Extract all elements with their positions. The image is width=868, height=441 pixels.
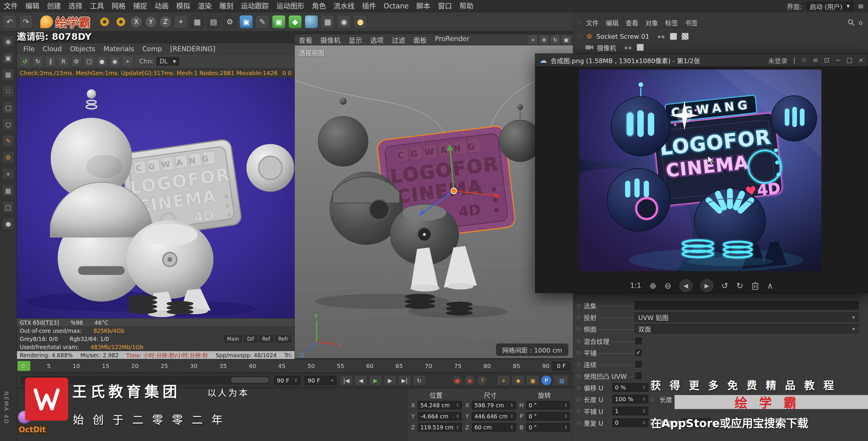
mix-textures-checkbox[interactable] bbox=[634, 337, 643, 345]
stepper-icon[interactable]: ⇕ bbox=[640, 420, 646, 425]
menu-item[interactable]: 编辑 bbox=[22, 0, 43, 12]
rotate-right-icon[interactable]: ↻ bbox=[736, 281, 743, 291]
anim-dot-icon[interactable]: ○ bbox=[577, 326, 584, 331]
channel-tab[interactable]: Ref bbox=[259, 335, 274, 342]
size-z-field[interactable]: 60 cm⇕ bbox=[472, 423, 516, 432]
timeline-tick[interactable]: 80 bbox=[484, 363, 491, 369]
rotation-b-field[interactable]: 0 °⇕ bbox=[526, 423, 570, 432]
selection-input[interactable] bbox=[634, 301, 859, 310]
octane-menu-item[interactable]: [RENDERING] bbox=[166, 45, 220, 53]
protection-tag-icon[interactable] bbox=[637, 44, 644, 51]
menu-item[interactable]: 窗口 bbox=[434, 0, 456, 12]
viewport-menu-item[interactable]: 查看 bbox=[295, 35, 316, 45]
material-ball-icon[interactable]: ● bbox=[97, 56, 107, 67]
length-u-field[interactable]: 100 %⇕ bbox=[612, 395, 648, 404]
redo-icon[interactable]: ↷ bbox=[19, 15, 33, 29]
delete-icon[interactable] bbox=[751, 281, 759, 290]
material-name-label[interactable]: OctDit bbox=[16, 425, 48, 435]
keyframe-help-button[interactable]: ? bbox=[477, 375, 488, 385]
workplane-icon[interactable]: ▦ bbox=[2, 185, 14, 196]
menu-item[interactable]: 雕刻 bbox=[216, 0, 237, 12]
anim-dot-icon[interactable]: ○ bbox=[577, 314, 584, 320]
visibility-dots-icon[interactable]: ●● bbox=[624, 45, 632, 50]
timeline-tick[interactable]: 15 bbox=[102, 363, 109, 369]
texture-mode-icon[interactable]: ▦ bbox=[2, 69, 14, 80]
projection-select[interactable]: UVW 贴图▾ bbox=[634, 312, 859, 322]
settings-gear-icon[interactable]: ⚙ bbox=[71, 56, 82, 67]
record-rotation-icon[interactable]: ▣ bbox=[526, 375, 539, 385]
timeline-tick[interactable]: 40 bbox=[249, 363, 256, 369]
size-y-field[interactable]: 446.646 cm⇕ bbox=[472, 412, 516, 421]
menu-item[interactable]: 脚本 bbox=[412, 0, 434, 12]
menu-item[interactable]: 角色 bbox=[308, 0, 330, 12]
record-parameter-button[interactable]: P bbox=[541, 375, 552, 385]
object-row-camera[interactable]: ∷ 摄像机 ●● bbox=[573, 42, 868, 53]
environment-icon[interactable] bbox=[305, 15, 318, 29]
close-icon[interactable]: × bbox=[858, 57, 864, 64]
spline-pen-icon[interactable]: ✎ bbox=[2, 135, 14, 147]
menu-icon[interactable]: ≡ bbox=[813, 57, 818, 64]
lock-resolution-icon[interactable]: ▢ bbox=[84, 56, 94, 67]
octane-menu-item[interactable]: Objects bbox=[66, 45, 99, 53]
range-slider-handle[interactable] bbox=[231, 377, 269, 383]
anim-dot-icon[interactable]: ○ bbox=[650, 397, 657, 402]
menu-item[interactable]: 工具 bbox=[86, 0, 108, 12]
menu-item[interactable]: 创建 bbox=[43, 0, 65, 12]
zoom-ratio-button[interactable]: 1:1 bbox=[630, 281, 641, 290]
menu-item[interactable]: 捕捉 bbox=[129, 0, 151, 12]
fullscreen-icon[interactable]: ⊡ bbox=[824, 57, 829, 64]
zoom-in-icon[interactable]: ⊕ bbox=[650, 281, 656, 291]
side-select[interactable]: 双面▾ bbox=[634, 324, 859, 333]
points-mode-icon[interactable]: ∷ bbox=[2, 85, 14, 97]
timeline-tick[interactable]: 65 bbox=[396, 363, 403, 369]
add-cube-icon[interactable]: ▣ bbox=[240, 15, 253, 29]
current-frame-field[interactable]: 0 F bbox=[552, 361, 570, 371]
channel-tab[interactable]: Refr bbox=[275, 335, 291, 342]
timeline-tick[interactable]: 60 bbox=[366, 363, 373, 369]
play-button[interactable]: ▶ bbox=[369, 375, 382, 385]
anim-dot-icon[interactable]: ○ bbox=[577, 303, 584, 308]
drag-handle-icon[interactable]: ∷ bbox=[576, 19, 582, 25]
tiles-u-field[interactable]: 1⇕ bbox=[612, 407, 648, 415]
maximize-icon[interactable]: □ bbox=[846, 57, 852, 64]
menu-item[interactable]: 渲染 bbox=[194, 0, 216, 12]
home-icon[interactable]: ⌂ bbox=[859, 19, 863, 26]
lock-z-button[interactable]: Z bbox=[160, 16, 171, 28]
object-row-socket-screw[interactable]: ∷ ⚙ Socket Screw 01 ●● bbox=[573, 31, 868, 41]
stepper-icon[interactable]: ⇕ bbox=[640, 408, 646, 414]
menu-item[interactable]: 选择 bbox=[65, 0, 86, 12]
viewport-menu-item[interactable]: 摄像机 bbox=[316, 35, 345, 45]
refresh-icon[interactable]: ↻ bbox=[33, 56, 43, 67]
collapse-toolbar-icon[interactable]: ∧ bbox=[767, 281, 773, 291]
anim-dot-icon[interactable]: ○ bbox=[577, 338, 584, 344]
stepper-icon[interactable]: ⇕ bbox=[292, 378, 298, 383]
viewport-menu-item[interactable]: 过滤 bbox=[388, 35, 409, 45]
menu-item[interactable]: 流水线 bbox=[330, 0, 358, 12]
render-view-icon[interactable]: ▦ bbox=[190, 15, 204, 29]
position-z-field[interactable]: 119.519 cm⇕ bbox=[418, 423, 462, 432]
previous-image-button[interactable]: ◀ bbox=[680, 279, 692, 292]
pan-view-icon[interactable]: + bbox=[529, 35, 537, 44]
restart-render-icon[interactable]: ↺ bbox=[20, 56, 30, 67]
timeline-tick[interactable]: 10 bbox=[72, 363, 80, 369]
end-frame-field[interactable]: 90 F ⇕ bbox=[274, 376, 300, 385]
rotate-tool-icon[interactable] bbox=[114, 15, 128, 29]
octane-menu-item[interactable]: Cloud bbox=[39, 45, 66, 53]
drag-handle-icon[interactable]: ∷ bbox=[576, 33, 582, 40]
polygons-mode-icon[interactable]: ○ bbox=[2, 118, 14, 130]
autokey-button[interactable]: ◉ bbox=[464, 375, 475, 385]
go-to-end-button[interactable]: ▶| bbox=[398, 375, 411, 385]
om-menu-item[interactable]: 对象 bbox=[642, 18, 662, 27]
timeline-tick[interactable]: 5 bbox=[47, 363, 51, 369]
timeline-tick[interactable]: 45 bbox=[278, 363, 285, 369]
anim-dot-icon[interactable]: ○ bbox=[577, 373, 584, 378]
record-scale-icon[interactable]: ◆ bbox=[512, 375, 525, 385]
previous-frame-button[interactable]: ◀ bbox=[354, 375, 367, 385]
lock-x-button[interactable]: X bbox=[130, 16, 142, 28]
viewer-titlebar[interactable]: ☁ 合成图.png (1.58MB , 1301x1080像素) - 第1/2张… bbox=[535, 54, 868, 67]
lock-icon[interactable]: ▢ bbox=[2, 201, 14, 213]
focus-picker-icon[interactable]: ◉ bbox=[110, 56, 120, 67]
rotate-view-icon[interactable]: ↻ bbox=[551, 35, 560, 44]
channel-select[interactable]: DL ▾ bbox=[156, 57, 179, 66]
snap-icon[interactable]: ⚙ bbox=[2, 151, 14, 163]
